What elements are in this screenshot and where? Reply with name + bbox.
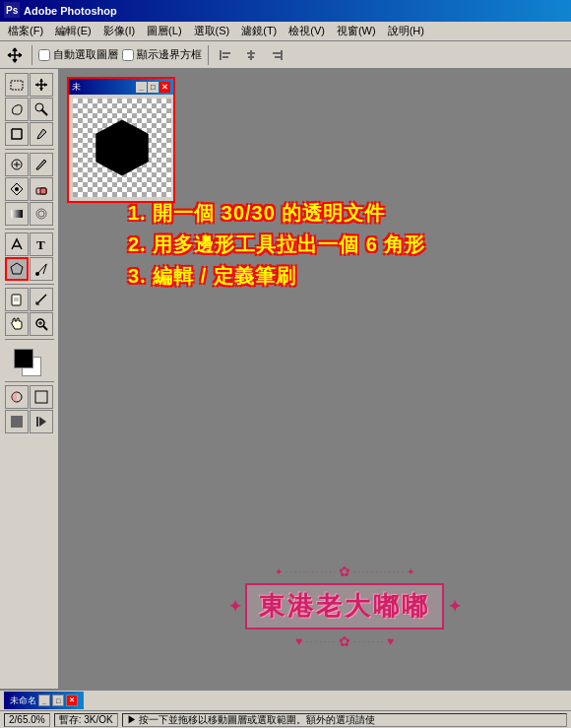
menu-file[interactable]: 檔案(F) <box>2 23 49 39</box>
measure-tool[interactable] <box>30 288 53 311</box>
tool-row-3 <box>5 122 53 146</box>
doc-maximize-btn[interactable]: □ <box>148 82 159 93</box>
logo-box: 東港老大嘟嘟 <box>245 583 444 629</box>
menu-window[interactable]: 視窗(W) <box>331 23 382 39</box>
svg-rect-6 <box>220 50 222 60</box>
tool-row-extra1 <box>5 385 53 409</box>
logo-deco-top: ✦ · · · · · · · · · · · · ✿ · · · · · · … <box>275 563 414 579</box>
svg-marker-17 <box>39 88 43 91</box>
menu-help[interactable]: 說明(H) <box>382 23 430 39</box>
zoom-tool[interactable] <box>30 312 53 336</box>
toolbox: T <box>0 69 59 689</box>
svg-rect-10 <box>247 52 255 54</box>
path-selection-tool[interactable] <box>5 232 29 256</box>
document-window: 未 _ □ ✕ <box>67 77 175 203</box>
move-tool-btn[interactable] <box>4 44 26 66</box>
menu-filter[interactable]: 濾鏡(T) <box>235 23 283 39</box>
align-right-btn[interactable] <box>266 44 287 66</box>
jump-to-imageready-btn[interactable] <box>30 410 53 433</box>
svg-rect-28 <box>40 188 46 194</box>
type-tool[interactable]: T <box>30 232 53 256</box>
status-info: ▶ 按一下並拖移以移動圖層或選取範圍。額外的選項請使 <box>122 713 567 727</box>
bottom-minimize-btn[interactable]: _ <box>38 695 50 706</box>
instruction-text: 1. 開一個 30/30 的透明文件 2. 用多邊形工具拉出一個 6 角形 3.… <box>128 197 561 292</box>
svg-text:T: T <box>36 237 45 252</box>
eraser-tool[interactable] <box>30 177 53 201</box>
hand-tool[interactable] <box>5 312 29 336</box>
show-bounds-label: 顯示邊界方框 <box>122 47 202 62</box>
notes-tool[interactable] <box>5 288 29 311</box>
tool-row-5 <box>5 177 53 201</box>
rectangular-marquee-tool[interactable] <box>5 73 29 97</box>
logo-container: ✦ · · · · · · · · · · · · ✿ · · · · · · … <box>228 563 461 649</box>
tool-row-2 <box>5 98 53 121</box>
svg-text:Ps: Ps <box>6 5 19 16</box>
magic-wand-tool[interactable] <box>30 98 53 121</box>
tool-row-4 <box>5 153 53 176</box>
svg-marker-52 <box>96 120 149 175</box>
crop-tool[interactable] <box>5 122 29 146</box>
menu-layer[interactable]: 圖層(L) <box>141 23 187 39</box>
svg-rect-9 <box>250 50 252 60</box>
polygon-tool[interactable] <box>5 257 29 281</box>
standard-mode-btn[interactable] <box>30 385 53 409</box>
menu-bar: 檔案(F) 編輯(E) 影像(I) 圖層(L) 選取(S) 濾鏡(T) 檢視(V… <box>0 22 571 41</box>
menu-image[interactable]: 影像(I) <box>97 23 141 39</box>
lasso-tool[interactable] <box>5 98 29 121</box>
tool-row-extra2 <box>5 410 53 433</box>
svg-rect-11 <box>248 56 254 58</box>
logo-main-row: ✦ 東港老大嘟嘟 ✦ <box>228 583 461 629</box>
svg-marker-18 <box>35 83 38 87</box>
pen-tool[interactable] <box>30 257 53 281</box>
status-scratch: 暫存: 3K/OK <box>54 713 118 727</box>
app-title: Adobe Photoshop <box>24 5 117 17</box>
svg-rect-48 <box>35 391 47 403</box>
svg-rect-14 <box>275 56 281 58</box>
align-left-btn[interactable] <box>215 44 236 66</box>
menu-edit[interactable]: 編輯(E) <box>49 23 97 39</box>
auto-select-checkbox[interactable] <box>38 49 50 61</box>
healing-tool[interactable] <box>5 153 29 176</box>
doc-close-btn[interactable]: ✕ <box>159 82 170 93</box>
svg-point-35 <box>35 272 39 276</box>
toolbar: 自動選取圖層 顯示邊界方框 <box>0 41 571 69</box>
color-swatches <box>12 345 47 378</box>
svg-rect-15 <box>11 81 23 90</box>
menu-view[interactable]: 檢視(V) <box>283 23 331 39</box>
show-bounds-checkbox[interactable] <box>122 49 134 61</box>
auto-select-label: 自動選取圖層 <box>38 47 118 62</box>
bottom-restore-btn[interactable]: □ <box>52 695 64 706</box>
svg-line-39 <box>36 295 46 304</box>
fg-color-swatch[interactable] <box>14 349 33 368</box>
eyedropper-tool[interactable] <box>30 122 53 146</box>
tool-row-10 <box>5 312 53 336</box>
svg-marker-19 <box>44 83 47 87</box>
logo-deco-bottom: ♥ · · · · · · · ✿ · · · · · · · ♥ <box>295 633 394 649</box>
bottom-close-btn[interactable]: ✕ <box>66 695 78 706</box>
gradient-tool[interactable] <box>5 202 29 226</box>
quick-mask-btn[interactable] <box>5 385 29 409</box>
svg-rect-29 <box>11 210 23 218</box>
menu-select[interactable]: 選取(S) <box>188 23 236 39</box>
tool-row-7: T <box>5 232 53 256</box>
tool-row-1 <box>5 73 53 97</box>
clone-stamp-tool[interactable] <box>5 177 29 201</box>
brush-tool[interactable] <box>30 153 53 176</box>
svg-marker-16 <box>39 79 43 82</box>
screen-mode-btn[interactable] <box>5 410 29 433</box>
logo-area: ✦ · · · · · · · · · · · · ✿ · · · · · · … <box>128 563 561 649</box>
doc-titlebar: 未 _ □ ✕ <box>69 79 173 95</box>
status-bar: 2/65.0% 暫存: 3K/OK ▶ 按一下並拖移以移動圖層或選取範圍。額外的… <box>0 710 571 728</box>
title-bar: Ps Adobe Photoshop <box>0 0 571 22</box>
svg-marker-50 <box>39 417 46 427</box>
instruction-step1: 1. 開一個 30/30 的透明文件 <box>128 197 561 229</box>
doc-minimize-btn[interactable]: _ <box>136 82 147 93</box>
align-center-btn[interactable] <box>240 44 262 66</box>
blur-tool[interactable] <box>30 202 53 226</box>
tool-row-6 <box>5 202 53 226</box>
tool-sep-4 <box>5 339 54 340</box>
auto-select-text: 自動選取圖層 <box>53 47 118 62</box>
svg-point-21 <box>35 103 43 111</box>
move-tool[interactable] <box>30 73 53 97</box>
svg-rect-12 <box>281 50 283 60</box>
